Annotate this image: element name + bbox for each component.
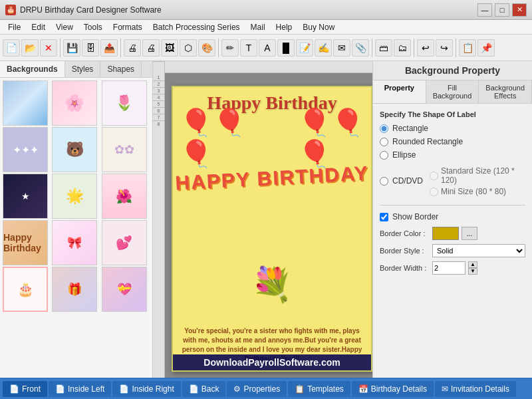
ruler-mark-8: 8 xyxy=(153,120,164,127)
barcode-button[interactable]: ▐▌ xyxy=(277,39,295,57)
tab-front[interactable]: 📄 Front xyxy=(3,381,47,397)
copy-button[interactable]: 📋 xyxy=(459,39,476,57)
shape-button[interactable]: ⬡ xyxy=(180,39,197,57)
tab-background-effects[interactable]: Background Effects xyxy=(479,80,532,103)
tab-backgrounds[interactable]: Backgrounds xyxy=(0,61,65,77)
radio-rounded-input[interactable] xyxy=(380,138,388,146)
tab-property[interactable]: Property xyxy=(373,80,426,103)
border-width-row: Border Width : ▲ ▼ xyxy=(380,261,525,275)
tab-inside-right[interactable]: 📄 Inside Right xyxy=(112,381,180,397)
radio-cddvd[interactable]: CD/DVD Standard Size (120 * 120) Mini Si… xyxy=(380,164,525,198)
menu-file[interactable]: File xyxy=(3,21,26,33)
thumb-12[interactable]: 💕 xyxy=(102,220,147,265)
border-color-swatch[interactable] xyxy=(432,227,459,240)
clip-button[interactable]: 📎 xyxy=(352,39,369,57)
thumb-4[interactable]: ✦✦✦ xyxy=(3,127,48,172)
show-border-checkbox[interactable] xyxy=(380,213,388,221)
border-width-label: Border Width : xyxy=(380,264,430,272)
border-color-browse[interactable]: ... xyxy=(462,227,477,240)
thumb-8[interactable]: 🌟 xyxy=(52,174,97,219)
sign-button[interactable]: ✍ xyxy=(315,39,332,57)
menu-bar: File Edit View Tools Formats Batch Proce… xyxy=(0,20,532,35)
border-width-spinner[interactable]: ▲ ▼ xyxy=(468,261,477,275)
tab-fill-background[interactable]: Fill Background xyxy=(426,80,479,103)
app-title: DRPU Birthday Card Designer Software xyxy=(20,5,477,15)
redo-button[interactable]: ↪ xyxy=(436,39,453,57)
show-border-item[interactable]: Show Border xyxy=(380,212,525,221)
save-as-button[interactable]: 🗄 xyxy=(82,39,99,57)
print-button[interactable]: 🖨 xyxy=(124,39,141,57)
thumb-1[interactable] xyxy=(3,80,48,126)
db2-button[interactable]: 🗂 xyxy=(394,39,411,57)
radio-rectangle-input[interactable] xyxy=(380,124,388,133)
spinner-down[interactable]: ▼ xyxy=(468,268,477,275)
text-button[interactable]: T xyxy=(240,39,257,57)
radio-rounded[interactable]: Rounded Rectangle xyxy=(380,137,525,146)
tab-templates-label: Templates xyxy=(307,384,344,394)
tab-inside-left[interactable]: 📄 Inside Left xyxy=(49,381,111,397)
ruler-mark-3: 3 xyxy=(153,87,164,94)
db1-button[interactable]: 🗃 xyxy=(375,39,392,57)
close-file-button[interactable]: ✕ xyxy=(40,39,57,57)
toolbar: 📄 📂 ✕ 💾 🗄 📤 🖨 🖨 🖼 ⬡ 🎨 ✏ T A ▐▌ 📝 ✍ ✉ 📎 🗃… xyxy=(0,35,532,61)
menu-buynow[interactable]: Buy Now xyxy=(297,21,340,33)
menu-formats[interactable]: Formats xyxy=(108,21,148,33)
birthday-card[interactable]: Happy Birthday 🎈🎈🎈 🎈🎈🎈 HAPPY BIRTHDAY 💐 … xyxy=(172,86,372,372)
border-style-select[interactable]: Solid Dashed Dotted xyxy=(432,244,525,257)
ruler-mark-7: 7 xyxy=(153,114,164,120)
thumb-10[interactable]: Happy Birthday xyxy=(3,220,48,265)
menu-view[interactable]: View xyxy=(51,21,78,33)
menu-edit[interactable]: Edit xyxy=(26,21,51,33)
tab-shapes[interactable]: Shapes xyxy=(100,61,142,77)
spinner-up[interactable]: ▲ xyxy=(468,261,477,268)
tab-back[interactable]: 📄 Back xyxy=(182,381,226,397)
thumb-6[interactable]: ✿✿ xyxy=(102,127,147,172)
menu-batch[interactable]: Batch Processing Series xyxy=(148,21,245,33)
thumb-13[interactable]: 🎂 xyxy=(3,267,48,312)
close-button[interactable]: ✕ xyxy=(512,3,527,17)
radio-cddvd-input[interactable] xyxy=(380,177,388,186)
print2-button[interactable]: 🖨 xyxy=(142,39,160,57)
maximize-button[interactable]: □ xyxy=(495,3,509,17)
draw-button[interactable]: ✏ xyxy=(221,39,239,57)
thumb-7[interactable]: ★ xyxy=(3,174,48,219)
menu-help[interactable]: Help xyxy=(271,21,298,33)
thumb-9[interactable]: 🌺 xyxy=(102,174,147,219)
export-button[interactable]: 📤 xyxy=(100,39,118,57)
thumb-15[interactable]: 💝 xyxy=(102,267,147,312)
window-controls: — □ ✕ xyxy=(477,3,527,17)
thumb-3[interactable]: 🌷 xyxy=(102,80,147,126)
tab-birthday-details[interactable]: 📅 Birthday Details xyxy=(352,381,434,397)
text2-button[interactable]: 📝 xyxy=(296,39,313,57)
tab-templates[interactable]: 📋 Templates xyxy=(288,381,350,397)
cd-mini-radio xyxy=(430,188,438,196)
tab-inside-left-label: Inside Left xyxy=(68,384,104,394)
tab-invitation-details[interactable]: ✉ Invitation Details xyxy=(435,381,516,397)
thumb-14[interactable]: 🎁 xyxy=(52,267,97,312)
paste-button[interactable]: 📌 xyxy=(477,39,495,57)
open-button[interactable]: 📂 xyxy=(21,39,39,57)
undo-button[interactable]: ↩ xyxy=(417,39,434,57)
thumb-11[interactable]: 🎀 xyxy=(52,220,97,265)
toolbar-sep-2 xyxy=(120,39,121,57)
envelope-button[interactable]: ✉ xyxy=(333,39,350,57)
border-width-input[interactable] xyxy=(432,261,466,275)
textfx-button[interactable]: A xyxy=(259,39,276,57)
save-button[interactable]: 💾 xyxy=(63,39,80,57)
new-button[interactable]: 📄 xyxy=(3,39,20,57)
tab-properties[interactable]: ⚙ Properties xyxy=(227,381,287,397)
radio-ellipse-input[interactable] xyxy=(380,151,388,160)
thumb-5[interactable]: 🐻 xyxy=(52,127,97,172)
image-button[interactable]: 🖼 xyxy=(161,39,178,57)
tab-inside-right-label: Inside Right xyxy=(132,384,174,394)
cd-mini-label: Mini Size (80 * 80) xyxy=(441,187,506,196)
tab-invitation-details-label: Invitation Details xyxy=(451,384,509,394)
tab-styles[interactable]: Styles xyxy=(65,61,101,77)
thumb-2[interactable]: 🌸 xyxy=(52,80,97,126)
minimize-button[interactable]: — xyxy=(477,3,492,17)
color-button[interactable]: 🎨 xyxy=(198,39,215,57)
radio-ellipse[interactable]: Ellipse xyxy=(380,150,525,160)
menu-mail[interactable]: Mail xyxy=(245,21,271,33)
menu-tools[interactable]: Tools xyxy=(78,21,108,33)
radio-rectangle[interactable]: Rectangle xyxy=(380,124,525,133)
